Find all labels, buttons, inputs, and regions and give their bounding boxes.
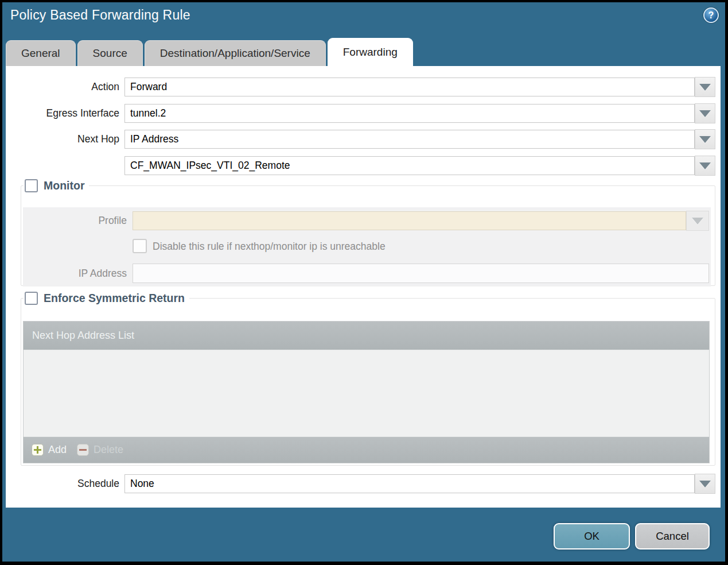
action-label: Action: [16, 78, 119, 96]
enforce-symmetric-return-checkbox[interactable]: [25, 292, 38, 305]
action-select[interactable]: Forward: [124, 78, 695, 96]
monitor-section-title: Monitor: [44, 179, 84, 192]
plus-icon: [32, 444, 44, 456]
next-hop-address-list-footer: Add Delete: [24, 436, 709, 463]
chevron-down-icon: [699, 481, 711, 487]
next-hop-address-dropdown-button[interactable]: [695, 156, 715, 176]
monitor-checkbox[interactable]: [25, 179, 38, 192]
next-hop-label: Next Hop: [16, 130, 119, 149]
monitor-legend: Monitor: [24, 179, 89, 192]
minus-icon: [77, 444, 89, 456]
egress-interface-dropdown-button[interactable]: [695, 103, 715, 123]
tab-forwarding[interactable]: Forwarding: [328, 38, 413, 66]
next-hop-address-list-header: Next Hop Address List: [24, 322, 709, 350]
monitor-profile-label: Profile: [58, 211, 127, 230]
dialog-title: Policy Based Forwarding Rule: [10, 7, 190, 23]
chevron-down-icon: [699, 136, 711, 143]
disable-rule-checkbox: [133, 239, 147, 253]
next-hop-address-select[interactable]: CF_MWAN_IPsec_VTI_02_Remote: [124, 156, 695, 175]
chevron-down-icon: [699, 162, 711, 169]
monitor-section: Monitor Profile Disable this rule if nex…: [21, 179, 715, 286]
action-dropdown-button[interactable]: [695, 77, 715, 97]
help-glyph: ?: [708, 10, 714, 21]
symmetric-return-section-title: Enforce Symmetric Return: [44, 292, 185, 305]
schedule-dropdown-button[interactable]: [695, 474, 715, 494]
chevron-down-icon: [692, 218, 703, 225]
cancel-button[interactable]: Cancel: [635, 523, 710, 549]
tab-general[interactable]: General: [6, 40, 76, 66]
schedule-label: Schedule: [16, 474, 119, 493]
ok-button[interactable]: OK: [554, 523, 630, 549]
next-hop-address-list-body: [24, 350, 709, 436]
monitor-ip-address-label: IP Address: [58, 264, 127, 283]
next-hop-address-list-table: Next Hop Address List Add Delete: [23, 321, 710, 463]
next-hop-type-select[interactable]: IP Address: [124, 130, 695, 149]
next-hop-type-dropdown-button[interactable]: [695, 129, 715, 149]
monitor-profile-field: [133, 211, 686, 230]
add-button[interactable]: Add: [32, 444, 67, 456]
help-icon[interactable]: ?: [703, 7, 719, 23]
egress-interface-label: Egress Interface: [16, 104, 119, 123]
chevron-down-icon: [699, 110, 711, 117]
schedule-select[interactable]: None: [124, 474, 695, 493]
symmetric-return-legend: Enforce Symmetric Return: [24, 292, 189, 305]
monitor-ip-address-field: [133, 264, 709, 283]
tab-source[interactable]: Source: [77, 40, 143, 66]
tab-destination-application-service[interactable]: Destination/Application/Service: [145, 40, 326, 66]
delete-button: Delete: [77, 444, 123, 456]
monitor-profile-dropdown-button: [686, 211, 709, 231]
egress-interface-select[interactable]: tunnel.2: [124, 104, 695, 123]
symmetric-return-section: Enforce Symmetric Return Next Hop Addres…: [21, 292, 715, 466]
chevron-down-icon: [699, 84, 711, 91]
disable-rule-label: Disable this rule if nexthop/monitor ip …: [153, 239, 386, 253]
tab-bar: General Source Destination/Application/S…: [6, 38, 413, 66]
